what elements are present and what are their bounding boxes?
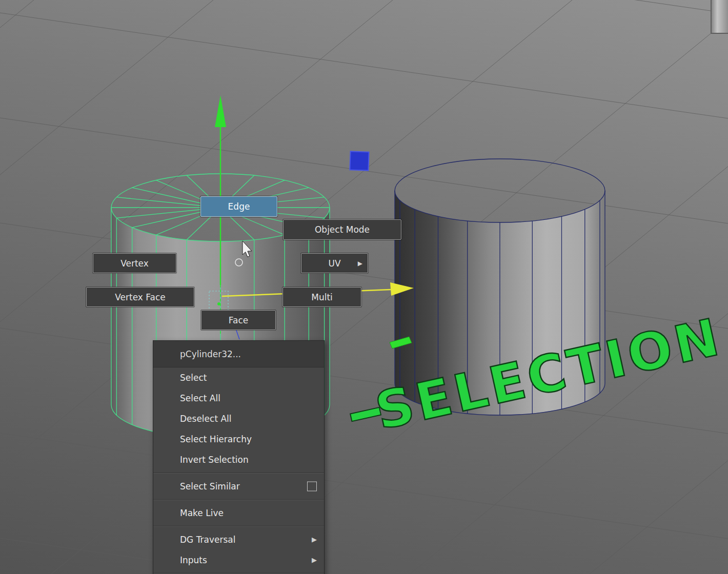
menu-item-label: Inputs xyxy=(180,555,207,565)
menu-separator xyxy=(153,497,324,503)
marking-menu-item-face[interactable]: Face xyxy=(201,310,276,330)
submenu-arrow-icon: ▶ xyxy=(312,529,317,550)
marking-menu-item-label: Vertex xyxy=(120,258,149,269)
menu-item-dg-traversal[interactable]: DG Traversal ▶ xyxy=(153,529,324,550)
marking-menu-item-object-mode[interactable]: Object Mode xyxy=(283,219,401,240)
marking-menu-item-vertex[interactable]: Vertex xyxy=(93,253,176,273)
marking-menu-item-label: Multi xyxy=(311,292,333,302)
marking-menu-item-label: Vertex Face xyxy=(115,292,166,302)
viewport: SELECTION Edge xyxy=(0,0,728,574)
marking-menu-item-label: Object Mode xyxy=(315,224,370,235)
menu-item-select-all[interactable]: Select All xyxy=(153,388,324,408)
marking-menu-item-label: Edge xyxy=(228,201,250,212)
submenu-arrow-icon: ▶ xyxy=(358,260,362,267)
menu-item-label: Invert Selection xyxy=(180,455,249,465)
menu-item-inputs[interactable]: Inputs ▶ xyxy=(153,550,324,570)
menu-item-label: Select xyxy=(180,373,207,383)
marking-menu-item-vertex-face[interactable]: Vertex Face xyxy=(86,287,194,307)
context-menu-title: pCylinder32... xyxy=(153,341,324,367)
menu-item-label: Deselect All xyxy=(180,414,232,424)
menu-separator xyxy=(153,570,324,574)
manipulator-center-dot xyxy=(217,302,220,305)
menu-separator xyxy=(153,470,324,476)
menu-item-deselect-all[interactable]: Deselect All xyxy=(153,408,324,429)
menu-item-label: Select Similar xyxy=(180,481,240,491)
marking-menu-item-uv[interactable]: UV ▶ xyxy=(301,253,368,273)
context-menu: pCylinder32... Select Select All Deselec… xyxy=(153,340,325,574)
menu-item-select-hierarchy[interactable]: Select Hierarchy xyxy=(153,429,324,449)
menu-item-label: DG Traversal xyxy=(180,535,235,545)
menu-item-make-live[interactable]: Make Live xyxy=(153,503,324,523)
marking-menu-item-label: UV xyxy=(328,258,340,269)
menu-item-label: Make Live xyxy=(180,508,224,518)
marking-menu-item-edge[interactable]: Edge xyxy=(200,196,277,217)
marking-menu-item-multi[interactable]: Multi xyxy=(282,287,361,307)
menu-item-invert-selection[interactable]: Invert Selection xyxy=(153,449,324,470)
y-axis-arrowhead-icon xyxy=(215,95,226,127)
menu-item-label: Select Hierarchy xyxy=(180,434,252,444)
menu-separator xyxy=(153,523,324,529)
panel-corner xyxy=(711,0,728,34)
menu-item-select[interactable]: Select xyxy=(153,367,324,388)
marking-menu-item-label: Face xyxy=(229,315,248,325)
view-plane-handle[interactable] xyxy=(350,151,369,170)
menu-item-select-similar[interactable]: Select Similar xyxy=(153,476,324,497)
submenu-arrow-icon: ▶ xyxy=(312,550,317,570)
select-similar-checkbox[interactable] xyxy=(307,482,317,491)
menu-item-label: Select All xyxy=(180,393,220,403)
